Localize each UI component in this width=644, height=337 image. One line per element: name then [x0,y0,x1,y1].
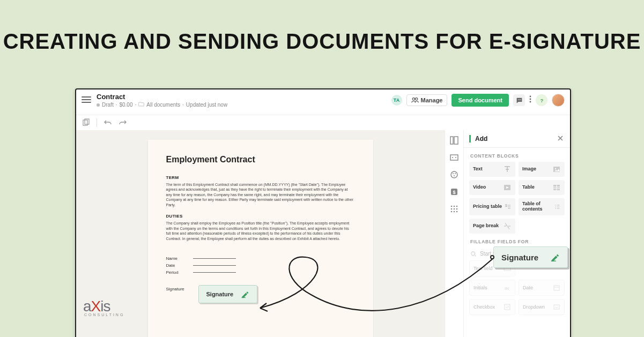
close-icon [557,135,564,141]
brand-logo: aXis CONSULTING [83,298,124,317]
svg-point-24 [454,208,455,210]
folder-name[interactable]: All documents [146,102,180,108]
status-text: Draft [102,102,114,108]
svg-point-21 [454,206,455,207]
copy-icon[interactable] [82,118,90,127]
svg-point-3 [530,96,531,98]
fillable-fields-grid: Text field InitialsIN Date Checkbox Drop… [464,260,570,315]
canvas[interactable]: Employment Contract TERM The term of thi… [76,130,445,337]
sidebar: Add CONTENT BLOCKS Text Image Video Tabl… [464,130,570,337]
chat-button[interactable] [513,94,525,106]
svg-point-26 [451,211,453,213]
field-checkbox[interactable]: Checkbox [469,299,515,315]
svg-rect-41 [554,305,559,309]
block-image-label: Image [522,167,536,172]
folder-icon [138,102,144,108]
brand-sub: CONSULTING [84,313,124,317]
app-window: Contract Draft · $0.00 · All documents ·… [75,88,571,337]
brand-x: X [91,298,101,314]
svg-point-16 [455,173,456,174]
svg-point-28 [456,211,458,213]
updated-text: Updated just now [186,102,227,108]
field-date-label: Date [523,285,533,290]
svg-point-5 [530,101,531,103]
svg-text:?: ? [540,98,543,103]
field-signature-label: Signature [166,287,198,291]
block-image[interactable]: Image [519,162,565,177]
block-pricing[interactable]: Pricing table$ [469,198,515,215]
initials-icon: IN [504,284,511,291]
svg-point-27 [454,211,455,213]
rail-apps-icon[interactable] [449,204,459,214]
field-textfield-label: Text field [473,266,493,271]
field-initials[interactable]: InitialsIN [469,280,515,296]
svg-rect-9 [450,137,453,144]
svg-rect-11 [450,155,458,160]
svg-point-12 [452,157,453,158]
section-content-blocks: CONTENT BLOCKS [464,148,570,162]
rail-design-icon[interactable] [449,170,459,179]
close-button[interactable] [556,133,565,144]
collab-avatar[interactable]: TA [391,95,402,106]
price-text: $0.00 [119,102,132,108]
svg-text:$: $ [453,190,455,195]
svg-point-0 [518,99,519,100]
redo-icon[interactable] [119,118,127,127]
rail-variable-icon[interactable] [449,153,459,162]
pricing-icon: $ [503,203,512,211]
more-button[interactable] [529,95,531,106]
menu-icon[interactable] [82,96,91,106]
document-page: Employment Contract TERM The term of thi… [148,140,373,337]
signature-drag-chip[interactable]: Signature [493,246,568,268]
field-dropdown[interactable]: Dropdown [519,299,565,315]
block-toc[interactable]: Table of contents [519,198,565,215]
field-initials-label: Initials [473,285,487,290]
document-meta: Contract Draft · $0.00 · All documents ·… [97,93,391,108]
help-button[interactable]: ? [536,94,547,106]
svg-point-17 [454,175,455,176]
top-actions: TA Manage Send document ? [391,94,565,107]
field-period-label: Period [166,270,189,275]
block-text[interactable]: Text [469,162,515,177]
svg-text:$: $ [505,204,507,208]
svg-point-25 [456,208,458,210]
field-line [193,258,236,259]
profile-avatar[interactable] [552,94,565,107]
svg-point-23 [451,208,453,210]
field-date[interactable]: Date [519,280,565,296]
signature-drop-target[interactable]: Signature [198,285,258,303]
signature-icon [550,252,560,262]
pagebreak-icon [503,222,512,230]
sidebar-tab-add[interactable]: Add [469,135,487,143]
rail-layout-icon[interactable] [449,136,459,145]
field-dropdown-label: Dropdown [523,304,545,310]
block-video-label: Video [473,185,486,190]
table-icon [552,183,561,192]
block-table[interactable]: Table [519,180,565,195]
svg-point-2 [520,99,521,100]
manage-label: Manage [421,97,443,103]
video-icon [503,183,512,192]
manage-button[interactable]: Manage [406,94,448,106]
checkbox-icon [504,303,511,311]
calendar-icon [553,284,560,291]
image-icon [552,165,561,174]
svg-point-36 [471,252,475,256]
signature-chip-label: Signature [206,291,234,297]
svg-point-4 [530,99,531,100]
send-button[interactable]: Send document [451,94,509,107]
dropdown-icon [553,303,560,311]
people-icon [411,97,419,103]
block-pagebreak[interactable]: Page break [469,219,515,234]
rail-pricing-icon[interactable]: $ [449,187,459,197]
block-pricing-label: Pricing table [473,204,502,209]
svg-point-35 [508,227,509,228]
doc-term-body: The term of this Employment Contract sha… [166,182,355,207]
block-video[interactable]: Video [469,180,515,195]
svg-point-15 [453,173,454,174]
doc-heading: Employment Contract [166,155,355,164]
toolbar-divider [97,118,97,127]
undo-icon[interactable] [103,118,112,127]
status-dot-icon [97,103,100,107]
svg-rect-39 [554,286,559,290]
